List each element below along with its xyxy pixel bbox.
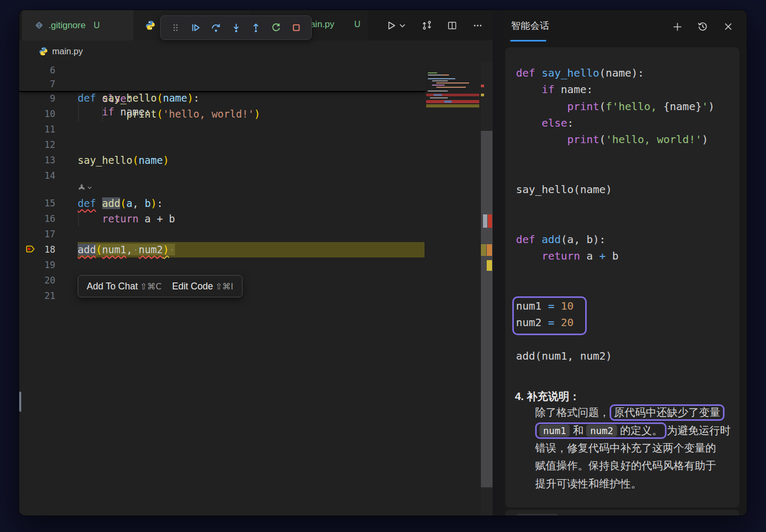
python-icon bbox=[39, 47, 48, 56]
ai-highlight-box bbox=[512, 296, 587, 335]
code-line[interactable]: 12 bbox=[19, 137, 426, 153]
history-icon[interactable] bbox=[696, 20, 710, 34]
chat-code-line: def say_hello(name): bbox=[516, 65, 714, 81]
chat-tab-title[interactable]: 智能会话 bbox=[511, 19, 549, 32]
minimap[interactable] bbox=[426, 62, 481, 516]
restart-icon[interactable] bbox=[268, 19, 285, 37]
note-text-line: 提升可读性和维护性。 bbox=[535, 475, 737, 493]
panel-sash[interactable] bbox=[493, 10, 504, 516]
gitignore-diamond-icon bbox=[35, 21, 44, 30]
chat-code-line: say_hello(name) bbox=[516, 181, 714, 198]
code-line[interactable]: 14 bbox=[19, 168, 426, 184]
ai-codelens-icon[interactable] bbox=[78, 184, 93, 192]
next-message-card bbox=[505, 510, 739, 516]
menu-item-shortcut: ⇧⌘I bbox=[215, 281, 233, 292]
active-tab-underline bbox=[510, 40, 546, 41]
sticky-code-line: 7 if name: bbox=[19, 77, 426, 91]
editor-actions bbox=[385, 10, 485, 40]
note-text-line: 错误，修复代码中补充了这两个变量的 bbox=[535, 439, 737, 457]
chat-code-line: print(f'hello, {name}') bbox=[516, 98, 714, 115]
ai-highlight-box: 原代码中还缺少了变量 bbox=[610, 404, 725, 421]
left-edge-scroll-handle[interactable] bbox=[19, 392, 21, 412]
partial-button[interactable] bbox=[516, 514, 559, 516]
inline-chat-context-menu: Add To Chat ⇧⌘C Edit Code ⇧⌘I bbox=[78, 275, 243, 297]
code-line[interactable]: 17 bbox=[19, 227, 426, 242]
git-status-badge: U bbox=[354, 20, 361, 29]
inline-code-chip: num1 bbox=[539, 425, 570, 437]
sticky-code-line: 6def say_hello(name): bbox=[19, 63, 426, 77]
scrollbar-slider[interactable] bbox=[481, 131, 493, 487]
editor-scrollbar[interactable] bbox=[481, 62, 493, 516]
debug-breakpoint-icon[interactable] bbox=[26, 245, 36, 253]
chat-code-line: if name: bbox=[516, 81, 714, 98]
menu-item-label: Edit Code bbox=[172, 281, 213, 292]
inline-code-chip: num2 bbox=[586, 425, 617, 437]
code-line[interactable]: 19 bbox=[19, 257, 426, 273]
edit-code-button[interactable]: Edit Code ⇧⌘I bbox=[172, 281, 234, 292]
code-line[interactable]: 18add(num1,·num2)· bbox=[19, 242, 426, 257]
chat-code-line: def add(a, b): bbox=[516, 231, 714, 248]
step-over-icon[interactable] bbox=[207, 19, 224, 37]
note-text-line: 除了格式问题，原代码中还缺少了变量 bbox=[535, 404, 737, 421]
code-line[interactable]: 13say_hello(name) bbox=[19, 153, 426, 168]
chat-code-line: else: bbox=[516, 115, 714, 131]
chat-code-line: print('hello, world!') bbox=[516, 131, 714, 148]
tab-gitignore[interactable]: .gitignore U bbox=[22, 10, 134, 40]
menu-item-shortcut: ⇧⌘C bbox=[140, 281, 162, 292]
new-chat-icon[interactable] bbox=[670, 20, 684, 34]
stop-icon[interactable] bbox=[288, 19, 305, 37]
more-actions-icon[interactable] bbox=[471, 19, 485, 32]
app-window: .gitignore U main.py U bbox=[19, 10, 747, 516]
chat-code-line bbox=[516, 165, 714, 181]
add-to-chat-button[interactable]: Add To Chat ⇧⌘C bbox=[87, 281, 162, 292]
step-into-icon[interactable] bbox=[228, 19, 245, 37]
breadcrumb-file: main.py bbox=[52, 46, 83, 56]
run-button[interactable] bbox=[385, 19, 408, 32]
codelens-row bbox=[19, 184, 426, 196]
python-icon bbox=[145, 20, 155, 30]
breadcrumb[interactable]: main.py bbox=[19, 40, 494, 62]
chat-code-line bbox=[516, 198, 714, 214]
chat-code-line bbox=[516, 281, 714, 298]
chat-code-line bbox=[516, 215, 714, 231]
note-heading: 4. 补充说明： bbox=[515, 389, 580, 404]
note-text-line: 赋值操作。保持良好的代码风格有助于 bbox=[535, 457, 737, 475]
chat-message-card: def say_hello(name): if name: print(f'he… bbox=[505, 47, 739, 508]
note-paragraph: 除了格式问题，原代码中还缺少了变量num1 和 num2 的定义。为避免运行时错… bbox=[535, 404, 737, 493]
ai-chat-panel: 智能会话 def say_hello(name): if name: print… bbox=[504, 10, 747, 516]
chat-code-line: add(num1, num2) bbox=[516, 348, 714, 364]
gripper-icon[interactable] bbox=[167, 19, 184, 37]
code-editor[interactable]: 9 else:10 print('hello, world!')111213sa… bbox=[19, 91, 426, 304]
tab-label: .gitignore bbox=[48, 20, 86, 31]
git-status-badge: U bbox=[94, 21, 100, 30]
split-editor-icon[interactable] bbox=[445, 19, 459, 32]
close-icon[interactable] bbox=[721, 20, 735, 34]
debug-toolbar bbox=[160, 15, 312, 40]
continue-icon[interactable] bbox=[187, 19, 204, 37]
sticky-scroll: 6def say_hello(name): 7 if name: bbox=[19, 63, 426, 92]
ai-highlight-box: num1 和 num2 的定义。 bbox=[535, 422, 667, 439]
open-changes-icon[interactable] bbox=[420, 19, 434, 32]
chat-code-line bbox=[516, 148, 714, 164]
chat-header: 智能会话 bbox=[504, 10, 747, 43]
menu-item-label: Add To Chat bbox=[87, 281, 138, 292]
code-line[interactable]: 15def add(a, b): bbox=[19, 196, 426, 211]
note-text-line: num1 和 num2 的定义。为避免运行时 bbox=[535, 421, 737, 439]
chat-code-line bbox=[516, 265, 714, 281]
code-line[interactable]: 16 return a + b bbox=[19, 211, 426, 227]
chat-code-line: return a + b bbox=[516, 248, 714, 264]
code-line[interactable]: 11 bbox=[19, 122, 426, 137]
step-out-icon[interactable] bbox=[247, 19, 264, 37]
